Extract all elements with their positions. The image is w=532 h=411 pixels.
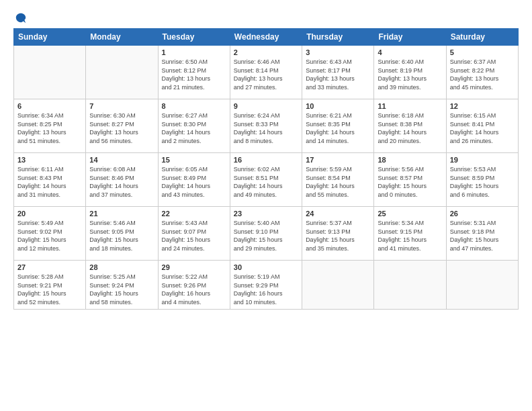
day-info: Sunrise: 6:40 AM Sunset: 8:19 PM Dayligh…: [378, 58, 442, 91]
day-number: 8: [162, 102, 226, 110]
day-info: Sunrise: 6:43 AM Sunset: 8:17 PM Dayligh…: [306, 58, 370, 91]
day-number: 16: [234, 156, 298, 164]
calendar-cell: 18Sunrise: 5:56 AM Sunset: 8:57 PM Dayli…: [374, 153, 446, 207]
calendar-cell: 4Sunrise: 6:40 AM Sunset: 8:19 PM Daylig…: [374, 46, 446, 99]
calendar-cell: 27Sunrise: 5:28 AM Sunset: 9:21 PM Dayli…: [14, 261, 86, 310]
day-info: Sunrise: 5:28 AM Sunset: 9:21 PM Dayligh…: [17, 273, 82, 306]
day-info: Sunrise: 5:46 AM Sunset: 9:05 PM Dayligh…: [89, 219, 154, 253]
day-number: 4: [378, 48, 442, 56]
calendar-cell: [374, 261, 446, 310]
day-number: 30: [234, 263, 298, 271]
day-number: 18: [378, 156, 442, 164]
day-info: Sunrise: 6:11 AM Sunset: 8:43 PM Dayligh…: [17, 165, 82, 199]
calendar-cell: 17Sunrise: 5:59 AM Sunset: 8:54 PM Dayli…: [302, 153, 374, 207]
calendar-cell: 30Sunrise: 5:19 AM Sunset: 9:29 PM Dayli…: [230, 261, 302, 310]
calendar-cell: 3Sunrise: 6:43 AM Sunset: 8:17 PM Daylig…: [302, 46, 374, 99]
day-number: 20: [17, 210, 82, 218]
day-number: 6: [17, 102, 82, 110]
calendar-cell: [14, 46, 86, 99]
day-info: Sunrise: 5:43 AM Sunset: 9:07 PM Dayligh…: [162, 219, 226, 253]
day-number: 12: [450, 102, 515, 110]
day-number: 26: [450, 210, 515, 218]
day-number: 21: [89, 210, 154, 218]
calendar-cell: 15Sunrise: 6:05 AM Sunset: 8:49 PM Dayli…: [158, 153, 230, 207]
calendar-cell: 7Sunrise: 6:30 AM Sunset: 8:27 PM Daylig…: [86, 99, 158, 153]
calendar-week-4: 20Sunrise: 5:49 AM Sunset: 9:02 PM Dayli…: [14, 207, 519, 261]
calendar-cell: 5Sunrise: 6:37 AM Sunset: 8:22 PM Daylig…: [446, 46, 518, 99]
calendar-cell: 12Sunrise: 6:15 AM Sunset: 8:41 PM Dayli…: [446, 99, 518, 153]
day-number: 15: [162, 156, 226, 164]
day-info: Sunrise: 6:05 AM Sunset: 8:49 PM Dayligh…: [162, 165, 226, 199]
calendar-cell: 10Sunrise: 6:21 AM Sunset: 8:35 PM Dayli…: [302, 99, 374, 153]
calendar-week-3: 13Sunrise: 6:11 AM Sunset: 8:43 PM Dayli…: [14, 153, 519, 207]
day-number: 11: [378, 102, 442, 110]
calendar-cell: 28Sunrise: 5:25 AM Sunset: 9:24 PM Dayli…: [86, 261, 158, 310]
calendar-cell: 2Sunrise: 6:46 AM Sunset: 8:14 PM Daylig…: [230, 46, 302, 99]
day-number: 14: [89, 156, 154, 164]
day-info: Sunrise: 6:50 AM Sunset: 8:12 PM Dayligh…: [162, 58, 226, 91]
day-number: 23: [234, 210, 298, 218]
calendar-cell: [302, 261, 374, 310]
day-info: Sunrise: 6:34 AM Sunset: 8:25 PM Dayligh…: [17, 111, 82, 145]
calendar-header-sunday: Sunday: [14, 29, 86, 46]
calendar-cell: 21Sunrise: 5:46 AM Sunset: 9:05 PM Dayli…: [86, 207, 158, 261]
day-number: 27: [17, 263, 82, 271]
calendar-table: SundayMondayTuesdayWednesdayThursdayFrid…: [13, 28, 519, 310]
day-number: 19: [450, 156, 515, 164]
day-number: 28: [89, 263, 154, 271]
calendar-cell: 8Sunrise: 6:27 AM Sunset: 8:30 PM Daylig…: [158, 99, 230, 153]
day-info: Sunrise: 6:18 AM Sunset: 8:38 PM Dayligh…: [378, 111, 442, 145]
day-info: Sunrise: 6:08 AM Sunset: 8:46 PM Dayligh…: [89, 165, 154, 199]
calendar-cell: 22Sunrise: 5:43 AM Sunset: 9:07 PM Dayli…: [158, 207, 230, 261]
calendar-week-1: 1Sunrise: 6:50 AM Sunset: 8:12 PM Daylig…: [14, 46, 519, 99]
day-number: 7: [89, 102, 154, 110]
calendar-cell: 14Sunrise: 6:08 AM Sunset: 8:46 PM Dayli…: [86, 153, 158, 207]
calendar-header-monday: Monday: [86, 29, 158, 46]
logo-text: [13, 12, 27, 24]
calendar-cell: 25Sunrise: 5:34 AM Sunset: 9:15 PM Dayli…: [374, 207, 446, 261]
logo: [13, 12, 27, 24]
calendar-cell: 23Sunrise: 5:40 AM Sunset: 9:10 PM Dayli…: [230, 207, 302, 261]
calendar-cell: 13Sunrise: 6:11 AM Sunset: 8:43 PM Dayli…: [14, 153, 86, 207]
calendar-header-wednesday: Wednesday: [230, 29, 302, 46]
day-number: 3: [306, 48, 370, 56]
calendar-cell: 6Sunrise: 6:34 AM Sunset: 8:25 PM Daylig…: [14, 99, 86, 153]
calendar-header-friday: Friday: [374, 29, 446, 46]
day-info: Sunrise: 6:27 AM Sunset: 8:30 PM Dayligh…: [162, 111, 226, 145]
day-info: Sunrise: 5:22 AM Sunset: 9:26 PM Dayligh…: [162, 273, 226, 306]
calendar-cell: [446, 261, 518, 310]
logo-bird-icon: [15, 12, 27, 24]
calendar-week-5: 27Sunrise: 5:28 AM Sunset: 9:21 PM Dayli…: [14, 261, 519, 310]
day-info: Sunrise: 5:59 AM Sunset: 8:54 PM Dayligh…: [306, 165, 370, 199]
calendar-cell: 1Sunrise: 6:50 AM Sunset: 8:12 PM Daylig…: [158, 46, 230, 99]
day-number: 5: [450, 48, 515, 56]
header: [13, 12, 519, 24]
day-number: 2: [234, 48, 298, 56]
day-info: Sunrise: 5:49 AM Sunset: 9:02 PM Dayligh…: [17, 219, 82, 253]
day-info: Sunrise: 5:56 AM Sunset: 8:57 PM Dayligh…: [378, 165, 442, 199]
calendar-header-thursday: Thursday: [302, 29, 374, 46]
day-number: 13: [17, 156, 82, 164]
day-number: 9: [234, 102, 298, 110]
day-info: Sunrise: 5:34 AM Sunset: 9:15 PM Dayligh…: [378, 219, 442, 253]
day-info: Sunrise: 6:30 AM Sunset: 8:27 PM Dayligh…: [89, 111, 154, 145]
calendar-header-tuesday: Tuesday: [158, 29, 230, 46]
day-info: Sunrise: 5:25 AM Sunset: 9:24 PM Dayligh…: [89, 273, 154, 306]
day-info: Sunrise: 5:19 AM Sunset: 9:29 PM Dayligh…: [234, 273, 298, 306]
day-number: 22: [162, 210, 226, 218]
calendar-cell: 20Sunrise: 5:49 AM Sunset: 9:02 PM Dayli…: [14, 207, 86, 261]
day-info: Sunrise: 6:21 AM Sunset: 8:35 PM Dayligh…: [306, 111, 370, 145]
day-info: Sunrise: 5:53 AM Sunset: 8:59 PM Dayligh…: [450, 165, 515, 199]
day-info: Sunrise: 6:24 AM Sunset: 8:33 PM Dayligh…: [234, 111, 298, 145]
day-info: Sunrise: 6:15 AM Sunset: 8:41 PM Dayligh…: [450, 111, 515, 145]
day-info: Sunrise: 6:02 AM Sunset: 8:51 PM Dayligh…: [234, 165, 298, 199]
day-info: Sunrise: 5:31 AM Sunset: 9:18 PM Dayligh…: [450, 219, 515, 253]
calendar-header-row: SundayMondayTuesdayWednesdayThursdayFrid…: [14, 29, 519, 46]
calendar-header-saturday: Saturday: [446, 29, 518, 46]
calendar-cell: 29Sunrise: 5:22 AM Sunset: 9:26 PM Dayli…: [158, 261, 230, 310]
day-number: 24: [306, 210, 370, 218]
calendar-cell: 11Sunrise: 6:18 AM Sunset: 8:38 PM Dayli…: [374, 99, 446, 153]
day-number: 29: [162, 263, 226, 271]
calendar-cell: 24Sunrise: 5:37 AM Sunset: 9:13 PM Dayli…: [302, 207, 374, 261]
calendar-cell: [86, 46, 158, 99]
